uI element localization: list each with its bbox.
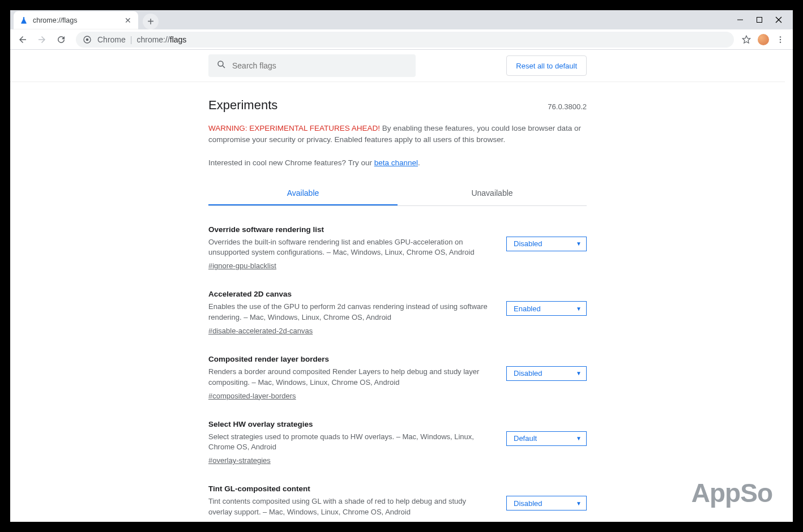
- window-controls: [728, 10, 791, 29]
- tab-unavailable[interactable]: Unavailable: [398, 182, 587, 205]
- flag-state-select[interactable]: Disabled▼: [506, 496, 587, 510]
- flag-state-value: Default: [514, 434, 537, 443]
- flag-anchor-link[interactable]: #disable-accelerated-2d-canvas: [208, 327, 313, 335]
- address-text: Chrome | chrome://flags: [97, 35, 186, 44]
- browser-tab[interactable]: chrome://flags ✕: [14, 11, 138, 29]
- toolbar-right: [741, 34, 788, 45]
- flag-item: Tint GL-composited contentTint contents …: [208, 484, 587, 522]
- new-tab-button[interactable]: +: [143, 14, 159, 29]
- flag-anchor-link[interactable]: #tint-gl-composited-content: [208, 521, 297, 522]
- svg-point-6: [780, 36, 781, 37]
- reload-button[interactable]: [53, 32, 69, 48]
- back-button[interactable]: [15, 32, 31, 48]
- flag-state-value: Enabled: [514, 304, 541, 313]
- svg-line-10: [223, 66, 225, 68]
- flag-state-value: Disabled: [514, 369, 543, 377]
- flags-list: Override software rendering listOverride…: [208, 225, 587, 522]
- chevron-down-icon: ▼: [576, 500, 582, 507]
- browser-toolbar: Chrome | chrome://flags: [10, 29, 793, 50]
- flag-item: Accelerated 2D canvasEnables the use of …: [208, 290, 587, 336]
- flag-description: Select strategies used to promote quads …: [208, 432, 489, 453]
- flag-item: Select HW overlay strategiesSelect strat…: [208, 420, 587, 466]
- reset-all-button[interactable]: Reset all to default: [506, 55, 587, 76]
- svg-point-8: [780, 41, 781, 42]
- star-icon[interactable]: [741, 34, 752, 45]
- flag-item: Override software rendering listOverride…: [208, 225, 587, 271]
- flag-description: Overrides the built-in software renderin…: [208, 237, 489, 259]
- chevron-down-icon: ▼: [576, 435, 582, 441]
- flag-description: Enables the use of the GPU to perform 2d…: [208, 302, 489, 323]
- minimize-icon[interactable]: [736, 16, 744, 24]
- search-icon: [216, 59, 227, 72]
- address-bar[interactable]: Chrome | chrome://flags: [76, 32, 734, 48]
- viewport: chrome://flags ✕ + Chrome | chrome://fla…: [0, 0, 803, 532]
- tab-available[interactable]: Available: [208, 182, 398, 205]
- flag-state-select[interactable]: Default▼: [506, 431, 587, 446]
- chevron-down-icon: ▼: [576, 241, 582, 247]
- menu-icon[interactable]: [775, 34, 786, 45]
- flag-item: Composited render layer bordersRenders a…: [208, 355, 587, 401]
- flag-anchor-link[interactable]: #ignore-gpu-blacklist: [208, 261, 276, 270]
- flag-state-value: Disabled: [514, 499, 543, 508]
- flag-state-select[interactable]: Disabled▼: [506, 366, 587, 381]
- flag-state-value: Disabled: [514, 239, 543, 248]
- flag-title: Composited render layer borders: [208, 355, 489, 363]
- flag-state-select[interactable]: Enabled▼: [506, 301, 587, 316]
- close-window-icon[interactable]: [775, 16, 783, 24]
- svg-rect-1: [757, 18, 762, 23]
- svg-point-9: [218, 61, 223, 66]
- flag-state-select[interactable]: Disabled▼: [506, 237, 587, 251]
- interested-text: Interested in cool new Chrome features? …: [208, 158, 587, 167]
- search-input-field[interactable]: [232, 61, 408, 70]
- version-label: 76.0.3800.2: [548, 102, 587, 111]
- chevron-down-icon: ▼: [576, 370, 582, 376]
- chrome-label: Chrome: [97, 35, 126, 44]
- flag-anchor-link[interactable]: #composited-layer-borders: [208, 392, 296, 400]
- flag-description: Tint contents composited using GL with a…: [208, 496, 489, 518]
- chrome-icon: [83, 35, 92, 44]
- page-content: Reset all to default Experiments 76.0.38…: [10, 50, 793, 522]
- search-flags-input[interactable]: [208, 54, 416, 77]
- warning-text: WARNING: EXPERIMENTAL FEATURES AHEAD! By…: [208, 123, 587, 146]
- tab-title: chrome://flags: [33, 16, 78, 24]
- flag-title: Select HW overlay strategies: [208, 420, 489, 428]
- forward-button[interactable]: [34, 32, 50, 48]
- scrollable-area[interactable]: Reset all to default Experiments 76.0.38…: [10, 50, 785, 522]
- profile-avatar[interactable]: [758, 34, 769, 45]
- beta-channel-link[interactable]: beta channel: [374, 158, 418, 167]
- maximize-icon[interactable]: [755, 16, 763, 24]
- flag-title: Override software rendering list: [208, 225, 489, 234]
- flag-title: Accelerated 2D canvas: [208, 290, 489, 298]
- browser-window: chrome://flags ✕ + Chrome | chrome://fla…: [10, 10, 793, 522]
- tab-strip: chrome://flags ✕ +: [10, 10, 793, 29]
- flag-title: Tint GL-composited content: [208, 484, 489, 493]
- flask-icon: [19, 16, 28, 25]
- svg-point-5: [86, 38, 89, 41]
- page-title: Experiments: [208, 98, 277, 113]
- chevron-down-icon: ▼: [576, 306, 582, 312]
- flag-description: Renders a border around composited Rende…: [208, 367, 489, 388]
- flag-tabs: Available Unavailable: [208, 182, 587, 206]
- flag-anchor-link[interactable]: #overlay-strategies: [208, 456, 271, 465]
- close-icon[interactable]: ✕: [123, 16, 133, 25]
- warning-red: WARNING: EXPERIMENTAL FEATURES AHEAD!: [208, 124, 380, 132]
- svg-point-7: [780, 38, 781, 40]
